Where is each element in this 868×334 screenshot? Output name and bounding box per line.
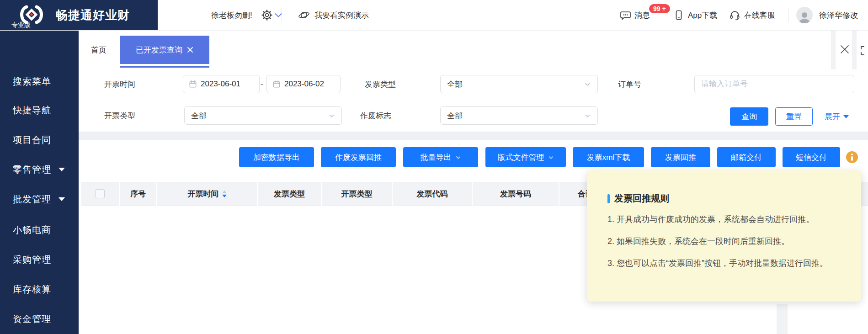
- column-header-invoice-type: 发票类型: [258, 182, 321, 206]
- date-from-value: 2023-06-01: [201, 80, 240, 89]
- date-from-input[interactable]: 2023-06-01: [183, 75, 260, 93]
- order-no-label: 订单号: [618, 75, 641, 93]
- invoice-type-label: 发票类型: [365, 75, 396, 93]
- company-name: 徐老板勿删!: [211, 10, 252, 21]
- column-header-billing-type: 开票类型: [322, 182, 392, 206]
- column-header-invoice-code: 发票代码: [393, 182, 472, 206]
- planet-icon: [298, 9, 310, 21]
- chevron-down-icon: [455, 154, 461, 160]
- sort-desc-icon: [222, 195, 227, 197]
- demo-link[interactable]: 我要看实例演示: [298, 0, 369, 30]
- app-window: 搜索菜单 快捷导航 项目合同 零售管理 批发管理 小畅电商 采购管理 库存核算 …: [0, 0, 868, 334]
- scrollbar-track: [777, 304, 788, 334]
- invoice-type-select[interactable]: 全部: [440, 75, 598, 93]
- sidebar-item-retail[interactable]: 零售管理: [13, 163, 77, 176]
- tooltip-rule: 3. 您也可以点击“发票回推”按钮，手动对批量数据进行回推。: [607, 256, 841, 270]
- sort-asc-icon: [222, 191, 227, 193]
- chevron-down-icon: [843, 115, 849, 118]
- panel-seam: [852, 30, 857, 69]
- void-flag-label: 作废标志: [360, 106, 391, 125]
- column-header-seq: 序号: [120, 182, 156, 206]
- topbar-divider: [788, 8, 788, 22]
- date-to-value: 2023-06-02: [284, 80, 324, 89]
- section-divider: [79, 132, 868, 140]
- panel-seam: [831, 30, 836, 69]
- sort-icons[interactable]: [222, 191, 227, 197]
- support-button[interactable]: 在线客服: [729, 0, 775, 30]
- tab-close-icon[interactable]: [187, 47, 193, 53]
- order-no-input[interactable]: [694, 75, 854, 93]
- fullscreen-button[interactable]: [860, 45, 868, 57]
- info-icon[interactable]: [846, 151, 858, 163]
- column-header-invoice-number: 发票号码: [473, 182, 559, 206]
- top-bar: 畅捷通好业财 专业版 徐老板勿删!: [0, 0, 868, 31]
- messages-button[interactable]: 消息: [620, 0, 650, 30]
- billing-type-value: 全部: [191, 111, 207, 121]
- chevron-down-icon: [548, 154, 554, 160]
- sidebar-item-project[interactable]: 项目合同: [13, 133, 77, 146]
- sidebar-item-purchase[interactable]: 采购管理: [13, 253, 77, 266]
- close-panel-button[interactable]: [839, 44, 850, 55]
- date-to-input[interactable]: 2023-06-02: [266, 75, 341, 93]
- close-icon: [839, 44, 850, 55]
- sidebar-item-wholesale[interactable]: 批发管理: [13, 193, 77, 206]
- calendar-icon: [189, 80, 197, 88]
- sidebar-item-funds[interactable]: 资金管理: [13, 313, 77, 325]
- layout-file-manage-button[interactable]: 版式文件管理: [485, 147, 566, 167]
- billing-type-label: 开票类型: [104, 106, 135, 125]
- sidebar-item-inventory[interactable]: 库存核算: [13, 283, 77, 296]
- reset-button[interactable]: 重置: [775, 107, 813, 126]
- search-button[interactable]: 查询: [730, 107, 768, 126]
- invoice-pushback-button[interactable]: 发票回推: [651, 147, 710, 167]
- demo-link-label: 我要看实例演示: [314, 10, 369, 21]
- app-download-label: App下载: [688, 10, 717, 21]
- encrypted-export-button[interactable]: 加密数据导出: [239, 147, 314, 167]
- tab-invoice-query[interactable]: 已开发票查询: [120, 36, 209, 64]
- select-all-cell: [81, 182, 119, 206]
- void-flag-select[interactable]: 全部: [440, 106, 598, 125]
- app-download-button[interactable]: App下载: [673, 0, 717, 30]
- sidebar-item-quick-nav[interactable]: 快捷导航: [13, 104, 77, 117]
- chevron-down-icon: [59, 168, 65, 171]
- sms-delivery-button[interactable]: 短信交付: [783, 147, 840, 167]
- tab-home[interactable]: 首页: [87, 36, 111, 64]
- select-all-checkbox[interactable]: [96, 189, 105, 198]
- calendar-icon: [272, 80, 281, 88]
- messages-badge: 99 +: [649, 4, 670, 13]
- company-selector[interactable]: 徐老板勿删!: [211, 0, 283, 30]
- messages-label: 消息: [634, 10, 650, 21]
- tooltip-title: 发票回推规则: [614, 192, 669, 205]
- expand-toggle[interactable]: 展开: [825, 107, 849, 126]
- tooltip-rule: 2. 如果回推失败，系统会在一段时间后重新回推。: [607, 234, 841, 249]
- fullscreen-icon: [860, 45, 868, 57]
- gear-icon: [261, 10, 272, 21]
- chevron-down-icon: [328, 112, 335, 119]
- batch-export-button[interactable]: 批量导出: [403, 147, 478, 167]
- sidebar-item-ecommerce[interactable]: 小畅电商: [13, 223, 77, 236]
- brand-name: 畅捷通好业财: [56, 7, 130, 23]
- headset-icon: [729, 10, 740, 21]
- expand-label: 展开: [825, 111, 840, 122]
- email-delivery-button[interactable]: 邮箱交付: [717, 147, 776, 167]
- phone-icon: [673, 10, 684, 21]
- void-flag-value: 全部: [447, 111, 463, 121]
- brand-edition: 专业版: [11, 21, 31, 29]
- message-icon: [620, 10, 631, 21]
- sidebar-item-search-menu[interactable]: 搜索菜单: [13, 75, 77, 88]
- username[interactable]: 徐泽华修改: [819, 0, 858, 30]
- settings-button[interactable]: [261, 0, 272, 30]
- billing-type-select[interactable]: 全部: [184, 106, 342, 125]
- invoice-date-label: 开票时间: [104, 75, 135, 93]
- void-invoice-pushback-button[interactable]: 作废发票回推: [321, 147, 396, 167]
- chevron-down-icon: [584, 81, 591, 88]
- invoice-type-value: 全部: [447, 79, 463, 90]
- tooltip-rule: 1. 开具成功与作废成功的发票，系统都会自动进行回推。: [607, 212, 841, 227]
- column-header-invoice-date[interactable]: 开票时间: [157, 182, 257, 206]
- avatar[interactable]: [796, 7, 813, 23]
- invoice-xml-download-button[interactable]: 发票xml下载: [573, 147, 644, 167]
- person-icon: [798, 11, 811, 23]
- tab-active-underline: [120, 66, 209, 68]
- sidebar: 搜索菜单 快捷导航 项目合同 零售管理 批发管理 小畅电商 采购管理 库存核算 …: [0, 30, 79, 334]
- support-label: 在线客服: [744, 10, 775, 21]
- tab-label: 已开发票查询: [136, 45, 182, 55]
